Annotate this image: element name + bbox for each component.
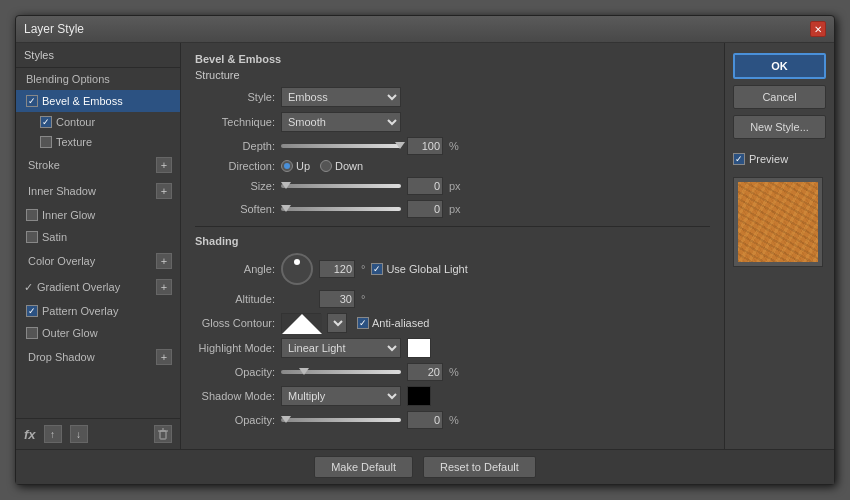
contour-checkbox[interactable]: ✓: [40, 116, 52, 128]
inner-glow-label: Inner Glow: [42, 209, 95, 221]
texture-checkbox[interactable]: [40, 136, 52, 148]
down-arrow-button[interactable]: ↓: [70, 425, 88, 443]
new-style-button[interactable]: New Style...: [733, 115, 826, 139]
left-panel-footer: fx ↑ ↓: [16, 418, 180, 449]
depth-slider-track[interactable]: [281, 144, 401, 148]
sidebar-item-satin[interactable]: Satin: [16, 226, 180, 248]
direction-down-radio[interactable]: Down: [320, 160, 363, 172]
shadow-opacity-slider-thumb[interactable]: [281, 416, 291, 423]
gradient-overlay-label: Gradient Overlay: [37, 281, 120, 293]
bevel-emboss-label: Bevel & Emboss: [42, 95, 123, 107]
depth-input[interactable]: [407, 137, 443, 155]
angle-input[interactable]: [319, 260, 355, 278]
sidebar-item-bevel-emboss[interactable]: ✓ Bevel & Emboss: [16, 90, 180, 112]
soften-slider-track[interactable]: [281, 207, 401, 211]
sidebar-item-texture[interactable]: Texture: [16, 132, 180, 152]
size-slider-track[interactable]: [281, 184, 401, 188]
sidebar-item-blending-options[interactable]: Blending Options: [16, 68, 180, 90]
highlight-opacity-slider-track[interactable]: [281, 370, 401, 374]
soften-input[interactable]: [407, 200, 443, 218]
depth-row: Depth: %: [195, 137, 710, 155]
pattern-overlay-checkbox[interactable]: ✓: [26, 305, 38, 317]
left-panel: Styles Blending Options ✓ Bevel & Emboss…: [16, 43, 181, 449]
up-arrow-button[interactable]: ↑: [44, 425, 62, 443]
reset-to-default-button[interactable]: Reset to Default: [423, 456, 536, 478]
satin-checkbox[interactable]: [26, 231, 38, 243]
direction-up-label: Up: [296, 160, 310, 172]
highlight-color-swatch[interactable]: [407, 338, 431, 358]
shadow-opacity-slider-track[interactable]: [281, 418, 401, 422]
angle-wheel[interactable]: [281, 253, 313, 285]
style-select[interactable]: Emboss Inner Bevel Outer Bevel Pillow Em…: [281, 87, 401, 107]
angle-unit: °: [361, 263, 365, 275]
shadow-mode-select[interactable]: Multiply Normal Screen: [281, 386, 401, 406]
bevel-emboss-section-title: Bevel & Emboss: [195, 53, 710, 65]
shadow-mode-label: Shadow Mode:: [195, 390, 275, 402]
sidebar-item-color-overlay[interactable]: Color Overlay +: [16, 248, 180, 274]
size-slider-thumb[interactable]: [281, 182, 291, 189]
gloss-contour-row: Gloss Contour: ✓ Anti-aliased: [195, 313, 710, 333]
stroke-plus-button[interactable]: +: [156, 157, 172, 173]
sidebar-item-pattern-overlay[interactable]: ✓ Pattern Overlay: [16, 300, 180, 322]
direction-down-radio-circle[interactable]: [320, 160, 332, 172]
close-button[interactable]: ✕: [810, 21, 826, 37]
make-default-button[interactable]: Make Default: [314, 456, 413, 478]
shadow-color-swatch[interactable]: [407, 386, 431, 406]
cancel-button[interactable]: Cancel: [733, 85, 826, 109]
depth-slider-container: [281, 144, 401, 148]
altitude-row: Altitude: °: [195, 290, 710, 308]
use-global-light-checkbox[interactable]: ✓ Use Global Light: [371, 263, 467, 275]
dialog-title: Layer Style: [24, 22, 84, 36]
trash-button[interactable]: [154, 425, 172, 443]
anti-aliased-box[interactable]: ✓: [357, 317, 369, 329]
sidebar-item-gradient-overlay[interactable]: ✓ Gradient Overlay +: [16, 274, 180, 300]
inner-glow-checkbox[interactable]: [26, 209, 38, 221]
inner-shadow-label: Inner Shadow: [28, 185, 96, 197]
color-overlay-plus-button[interactable]: +: [156, 253, 172, 269]
highlight-opacity-slider-thumb[interactable]: [299, 368, 309, 375]
structure-title: Structure: [195, 69, 710, 81]
gloss-contour-preview[interactable]: [281, 313, 321, 333]
highlight-mode-select[interactable]: Linear Light Normal Multiply Screen: [281, 338, 401, 358]
depth-slider-thumb[interactable]: [395, 142, 405, 149]
direction-up-radio-circle[interactable]: [281, 160, 293, 172]
gradient-overlay-plus-button[interactable]: +: [156, 279, 172, 295]
use-global-light-box[interactable]: ✓: [371, 263, 383, 275]
preview-checkbox[interactable]: ✓: [733, 153, 745, 165]
sidebar-item-contour[interactable]: ✓ Contour: [16, 112, 180, 132]
sidebar-item-inner-shadow[interactable]: Inner Shadow +: [16, 178, 180, 204]
soften-label: Soften:: [195, 203, 275, 215]
gradient-overlay-checkbox[interactable]: ✓: [24, 281, 33, 294]
preview-label-row: ✓ Preview: [733, 153, 826, 165]
shadow-opacity-unit: %: [449, 414, 459, 426]
highlight-opacity-slider-container: [281, 370, 401, 374]
direction-up-radio[interactable]: Up: [281, 160, 310, 172]
sidebar-item-inner-glow[interactable]: Inner Glow: [16, 204, 180, 226]
preview-box: [733, 177, 823, 267]
drop-shadow-plus-button[interactable]: +: [156, 349, 172, 365]
altitude-unit: °: [361, 293, 365, 305]
sidebar-item-stroke[interactable]: Stroke +: [16, 152, 180, 178]
direction-label: Direction:: [195, 160, 275, 172]
outer-glow-checkbox[interactable]: [26, 327, 38, 339]
size-input[interactable]: [407, 177, 443, 195]
inner-shadow-plus-button[interactable]: +: [156, 183, 172, 199]
preview-texture: [738, 182, 818, 262]
soften-slider-thumb[interactable]: [281, 205, 291, 212]
sidebar-item-drop-shadow[interactable]: Drop Shadow +: [16, 344, 180, 370]
soften-row: Soften: px: [195, 200, 710, 218]
ok-button[interactable]: OK: [733, 53, 826, 79]
sidebar-item-outer-glow[interactable]: Outer Glow: [16, 322, 180, 344]
angle-row: Angle: ° ✓ Use Global Light: [195, 253, 710, 285]
highlight-opacity-input[interactable]: [407, 363, 443, 381]
size-unit: px: [449, 180, 461, 192]
shadow-mode-row: Shadow Mode: Multiply Normal Screen: [195, 386, 710, 406]
right-panel: OK Cancel New Style... ✓ Preview: [724, 43, 834, 449]
anti-aliased-checkbox[interactable]: ✓ Anti-aliased: [357, 317, 429, 329]
direction-row: Direction: Up Down: [195, 160, 710, 172]
shadow-opacity-input[interactable]: [407, 411, 443, 429]
technique-select[interactable]: Smooth Chisel Hard Chisel Soft: [281, 112, 401, 132]
altitude-input[interactable]: [319, 290, 355, 308]
bevel-emboss-checkbox[interactable]: ✓: [26, 95, 38, 107]
gloss-contour-select[interactable]: [327, 313, 347, 333]
